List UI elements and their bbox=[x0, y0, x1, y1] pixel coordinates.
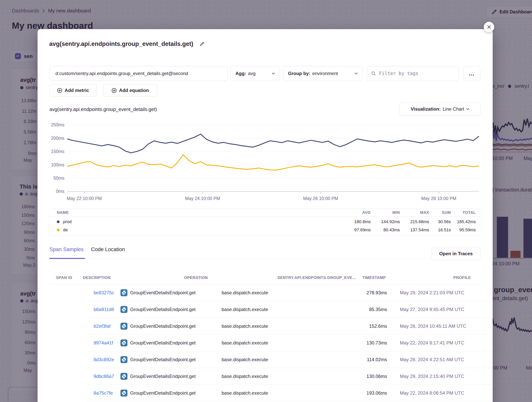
tab-underline-track bbox=[49, 259, 430, 259]
xtick-may28: May 28 10:00 PM bbox=[421, 196, 456, 201]
add-metric-button[interactable]: Add metric bbox=[50, 84, 97, 97]
span-row[interactable]: be83275c GroupEventDetailsEndpoint.get b… bbox=[87, 284, 493, 301]
series-max: 137.54ms bbox=[400, 228, 429, 233]
chevron-down-icon bbox=[466, 108, 469, 110]
span-metric-value: 278.93ms bbox=[315, 290, 387, 296]
metric-query-field[interactable] bbox=[50, 66, 228, 81]
metric-details-modal: avg(sentry.api.endpoints.group_event_det… bbox=[38, 29, 493, 402]
agg-select[interactable]: Agg: avg bbox=[231, 66, 280, 81]
span-id-link[interactable]: be83275c bbox=[87, 290, 120, 296]
xtick-mark bbox=[84, 192, 85, 194]
chart-plot-area[interactable] bbox=[67, 123, 479, 192]
span-metric-value: 130.06ms bbox=[315, 374, 387, 379]
series-name: prod bbox=[63, 219, 72, 224]
span-timestamp: May 22, 2024 8:06:54 PM UTC bbox=[387, 390, 479, 396]
span-description: GroupEventDetailsEndpoint.get bbox=[130, 374, 196, 379]
ytick-100ms: 100ms bbox=[43, 162, 64, 167]
span-timestamp: May 28, 2024 4:22:51 AM UTC bbox=[387, 357, 479, 362]
span-metric-value: 114.02ms bbox=[315, 357, 387, 362]
series-de-line bbox=[67, 155, 479, 170]
more-options-button[interactable]: … bbox=[463, 66, 480, 81]
tab-span-samples[interactable]: Span Samples bbox=[50, 247, 84, 253]
tag-filter-input[interactable] bbox=[379, 71, 454, 76]
span-operation: base.dispatch.execute bbox=[222, 323, 315, 329]
span-operation: base.dispatch.execute bbox=[222, 374, 315, 379]
span-description: GroupEventDetailsEndpoint.get bbox=[130, 340, 196, 346]
groupby-label: Group by: bbox=[288, 71, 310, 76]
tag-filter-field[interactable] bbox=[367, 66, 459, 81]
visualization-value: Line Chart bbox=[443, 106, 464, 112]
span-id-link[interactable]: b2ef3faf bbox=[87, 323, 120, 329]
summary-header-avg: AVG bbox=[342, 210, 371, 215]
open-in-traces-button[interactable]: Open in Traces bbox=[432, 247, 480, 260]
python-icon bbox=[120, 289, 127, 296]
summary-header-sum: SUM bbox=[429, 210, 451, 215]
edit-title-pencil-icon[interactable] bbox=[199, 41, 205, 47]
series-avg: 97.69ms bbox=[342, 228, 371, 233]
add-equation-button[interactable]: Add equation bbox=[103, 84, 157, 97]
samples-table-header: SPAN ID DESCRIPTION OPERATION SENTRY.API… bbox=[49, 271, 480, 284]
summary-row-de[interactable]: de 97.69ms 80.43ms 137.54ms 16.51s 95.59… bbox=[50, 226, 480, 234]
series-max: 215.68ms bbox=[400, 219, 429, 224]
xtick-may22: May 22 10:00 PM bbox=[67, 196, 102, 201]
series-color-dot bbox=[57, 220, 60, 223]
span-timestamp: May 22, 2024 8:17:41 PM UTC bbox=[387, 340, 479, 346]
span-operation: base.dispatch.execute bbox=[222, 290, 315, 296]
xtick-may24: May 24 10:00 PM bbox=[185, 196, 220, 201]
header-profile: PROFILE bbox=[441, 275, 480, 280]
visualization-select[interactable]: Visualization: Line Chart bbox=[399, 103, 481, 116]
tab-code-location[interactable]: Code Location bbox=[91, 247, 125, 253]
xtick-may26: May 26 10:00 PM bbox=[303, 196, 338, 201]
summary-header-total: TOTAL bbox=[451, 210, 480, 215]
close-icon bbox=[487, 25, 491, 29]
chevron-down-icon bbox=[272, 73, 275, 74]
span-timestamp: May 29, 2024 2:15:40 PM UTC bbox=[387, 374, 479, 379]
span-timestamp: May 27, 2024 9:45:45 PM UTC bbox=[387, 307, 479, 312]
series-sum: 30.56s bbox=[429, 219, 451, 224]
span-id-link[interactable]: 8a75c7fe bbox=[87, 390, 120, 396]
series-color-dot bbox=[57, 229, 60, 231]
series-summary-table: NAME AVG MIN MAX SUM TOTAL prod 180.8ms … bbox=[49, 208, 480, 236]
python-icon bbox=[120, 373, 127, 380]
series-avg: 180.8ms bbox=[342, 219, 371, 224]
chevron-down-icon bbox=[355, 73, 358, 74]
span-row[interactable]: 8a75c7fe GroupEventDetailsEndpoint.get b… bbox=[87, 385, 493, 402]
groupby-value: environment bbox=[312, 71, 338, 76]
add-metric-label: Add metric bbox=[65, 88, 89, 93]
span-metric-value: 193.06ms bbox=[315, 390, 387, 396]
span-row[interactable]: b6a911d6 GroupEventDetailsEndpoint.get b… bbox=[87, 301, 493, 318]
ytick-50ms: 50ms bbox=[43, 176, 64, 181]
python-icon bbox=[120, 323, 127, 330]
span-row[interactable]: 9dbc86a7 GroupEventDetailsEndpoint.get b… bbox=[87, 368, 493, 385]
span-description: GroupEventDetailsEndpoint.get bbox=[130, 323, 196, 329]
span-id-link[interactable]: 9dbc86a7 bbox=[87, 374, 120, 379]
summary-header-max: MAX bbox=[400, 210, 429, 215]
header-timestamp: TIMESTAMP bbox=[349, 275, 441, 280]
span-row[interactable]: 9974a41f GroupEventDetailsEndpoint.get b… bbox=[87, 334, 493, 351]
span-row[interactable]: b2ef3faf GroupEventDetailsEndpoint.get b… bbox=[87, 318, 493, 334]
header-operation: OPERATION bbox=[184, 275, 278, 280]
series-total: 185.42ms bbox=[451, 219, 480, 224]
modal-close-button[interactable] bbox=[484, 22, 494, 32]
series-min: 80.43ms bbox=[371, 228, 400, 233]
summary-header-name: NAME bbox=[50, 210, 342, 215]
metric-query-input[interactable] bbox=[55, 71, 222, 76]
series-sum: 16.51s bbox=[429, 228, 451, 233]
span-id-link[interactable]: b6a911d6 bbox=[87, 307, 120, 312]
screenshot-root: Dashboards My new dashboard My new dashb… bbox=[0, 0, 532, 402]
visualization-label: Visualization: bbox=[411, 106, 441, 112]
summary-row-prod[interactable]: prod 180.8ms 144.92ms 215.68ms 30.56s 18… bbox=[50, 218, 480, 226]
span-metric-value: 85.35ms bbox=[315, 307, 387, 312]
span-id-link[interactable]: 8d3c892e bbox=[87, 357, 120, 362]
modal-header: avg(sentry.api.endpoints.group_event_det… bbox=[49, 40, 205, 47]
span-description: GroupEventDetailsEndpoint.get bbox=[130, 290, 196, 296]
span-id-link[interactable]: 9974a41f bbox=[87, 340, 120, 346]
ytick-0ms: 0ms bbox=[43, 189, 64, 194]
span-metric-value: 130.73ms bbox=[315, 340, 387, 346]
ytick-250ms: 250ms bbox=[43, 122, 64, 128]
span-row[interactable]: 8d3c892e GroupEventDetailsEndpoint.get b… bbox=[87, 351, 493, 368]
groupby-select[interactable]: Group by: environment bbox=[283, 66, 362, 81]
span-description: GroupEventDetailsEndpoint.get bbox=[130, 390, 196, 396]
xtick-mark bbox=[321, 192, 321, 194]
header-metric-value: SENTRY.API.ENDPOINTS.GROUP_EVE… bbox=[278, 275, 349, 280]
